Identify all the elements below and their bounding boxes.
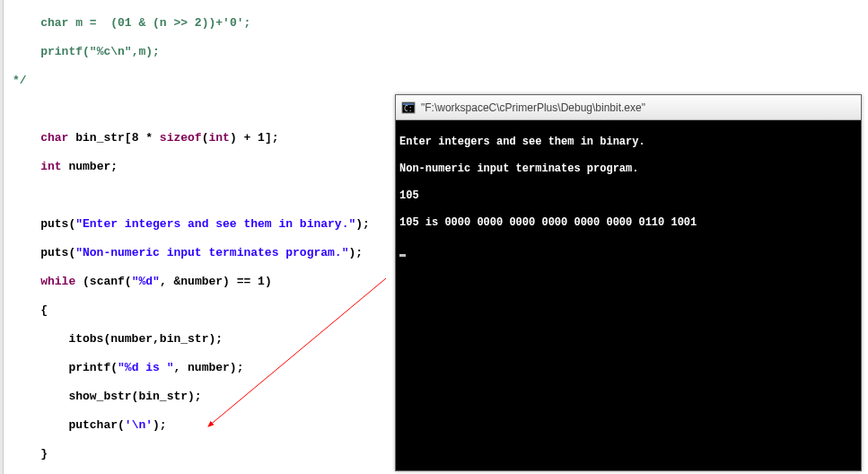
code-string: "Enter integers and see them in binary." bbox=[75, 217, 355, 231]
code-keyword: int bbox=[40, 160, 61, 173]
console-line: Non-numeric input terminates program. bbox=[399, 162, 857, 176]
svg-text:C:: C: bbox=[404, 105, 413, 113]
code-keyword: while bbox=[40, 275, 75, 288]
code-text: show_bstr(bin_str); bbox=[13, 390, 202, 403]
console-icon: C: bbox=[401, 101, 416, 115]
console-line: 105 bbox=[399, 189, 857, 203]
code-string: "%d" bbox=[132, 275, 160, 288]
code-text bbox=[13, 16, 40, 30]
code-text: , &number) == 1) bbox=[160, 275, 272, 288]
code-text: (scanf( bbox=[75, 275, 131, 288]
code-text: , number); bbox=[173, 361, 243, 374]
code-text: ); bbox=[355, 217, 370, 231]
code-string: "Non-numeric input terminates program." bbox=[75, 246, 348, 259]
code-text bbox=[13, 275, 40, 288]
code-text: puts( bbox=[13, 217, 75, 231]
code-text: */ bbox=[13, 74, 27, 87]
code-text: ); bbox=[153, 418, 167, 432]
code-text: putchar( bbox=[13, 418, 125, 432]
code-text: itobs(number,bin_str); bbox=[13, 332, 223, 346]
console-line: 105 is 0000 0000 0000 0000 0000 0000 011… bbox=[399, 216, 857, 230]
code-text: ) + 1]; bbox=[230, 131, 279, 145]
code-text: } bbox=[13, 447, 48, 461]
code-text: number; bbox=[62, 160, 118, 173]
code-text: ; bbox=[243, 16, 250, 30]
code-text: printf( bbox=[13, 361, 118, 374]
console-output[interactable]: Enter integers and see them in binary. N… bbox=[396, 120, 861, 470]
console-titlebar[interactable]: C: "F:\workspaceC\cPrimerPlus\Debug\binb… bbox=[396, 95, 861, 120]
console-line: Enter integers and see them in binary. bbox=[399, 136, 857, 149]
code-text: puts( bbox=[13, 246, 75, 259]
code-text: ,m); bbox=[132, 45, 160, 58]
code-keyword: sizeof bbox=[160, 131, 202, 145]
code-text: '0' bbox=[223, 16, 243, 30]
code-text: bin_str[8 * bbox=[68, 131, 159, 145]
code-text: m = (01 & (n >> 2))+ bbox=[68, 16, 223, 30]
code-text: ); bbox=[348, 246, 363, 259]
console-title: "F:\workspaceC\cPrimerPlus\Debug\binbit.… bbox=[421, 101, 645, 114]
code-string: '\n' bbox=[125, 418, 153, 432]
code-keyword: int bbox=[208, 131, 229, 145]
code-text bbox=[13, 160, 40, 173]
code-text: { bbox=[13, 303, 48, 317]
code-text: "%c\n" bbox=[90, 45, 132, 58]
editor-gutter bbox=[0, 0, 4, 474]
code-text: char bbox=[40, 16, 68, 30]
code-keyword: char bbox=[40, 131, 68, 145]
code-text: printf( bbox=[13, 45, 90, 58]
code-string: "%d is " bbox=[118, 361, 173, 374]
console-cursor bbox=[399, 254, 406, 257]
code-text bbox=[13, 131, 40, 145]
console-window[interactable]: C: "F:\workspaceC\cPrimerPlus\Debug\binb… bbox=[395, 94, 862, 471]
